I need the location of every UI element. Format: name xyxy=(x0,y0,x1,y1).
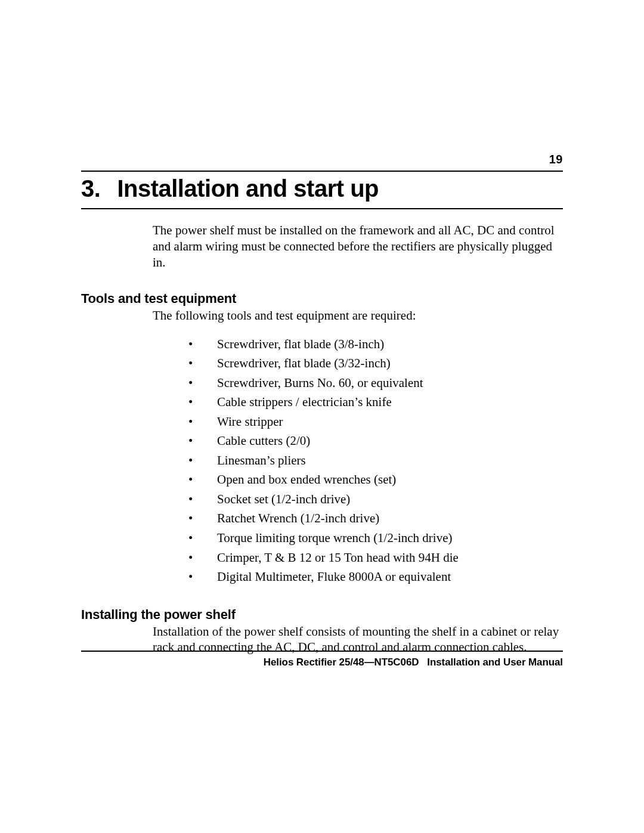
list-item: •Screwdriver, Burns No. 60, or equivalen… xyxy=(188,373,563,393)
list-item-text: Ratchet Wrench (1/2-inch drive) xyxy=(217,509,379,528)
list-item: •Cable cutters (2/0) xyxy=(188,431,563,451)
bullet-icon: • xyxy=(188,392,217,412)
bullet-icon: • xyxy=(188,451,217,470)
bullet-icon: • xyxy=(188,548,217,568)
chapter-title: 3 Installation and start up xyxy=(81,172,563,209)
list-item: •Open and box ended wrenches (set) xyxy=(188,470,563,490)
list-item-text: Cable cutters (2/0) xyxy=(217,431,310,451)
list-item-text: Torque limiting torque wrench (1/2-inch … xyxy=(217,528,453,548)
page-number: 19 xyxy=(549,153,563,166)
list-item: •Ratchet Wrench (1/2-inch drive) xyxy=(188,509,563,528)
list-item: •Torque limiting torque wrench (1/2-inch… xyxy=(188,528,563,548)
list-item-text: Open and box ended wrenches (set) xyxy=(217,470,396,490)
tools-list: •Screwdriver, flat blade (3/8-inch) •Scr… xyxy=(188,335,563,587)
list-item: •Screwdriver, flat blade (3/8-inch) xyxy=(188,335,563,354)
list-item-text: Socket set (1/2-inch drive) xyxy=(217,490,350,509)
list-item: •Cable strippers / electrician’s knife xyxy=(188,392,563,412)
bullet-icon: • xyxy=(188,528,217,548)
list-item: •Digital Multimeter, Fluke 8000A or equi… xyxy=(188,567,563,587)
list-item-text: Digital Multimeter, Fluke 8000A or equiv… xyxy=(217,567,451,587)
page-footer: Helios Rectifier 25/48—NT5C06D Installat… xyxy=(81,651,563,668)
list-item: •Screwdriver, flat blade (3/32-inch) xyxy=(188,354,563,373)
intro-paragraph: The power shelf must be installed on the… xyxy=(153,222,563,271)
bullet-icon: • xyxy=(188,354,217,373)
section-heading-tools: Tools and test equipment xyxy=(81,291,563,306)
bullet-icon: • xyxy=(188,470,217,490)
list-item-text: Screwdriver, flat blade (3/32-inch) xyxy=(217,354,391,373)
bullet-icon: • xyxy=(188,509,217,528)
list-item-text: Screwdriver, Burns No. 60, or equivalent xyxy=(217,373,423,393)
list-item-text: Screwdriver, flat blade (3/8-inch) xyxy=(217,335,384,354)
list-item-text: Linesman’s pliers xyxy=(217,451,306,470)
list-item-text: Wire stripper xyxy=(217,412,283,432)
list-item-text: Cable strippers / electrician’s knife xyxy=(217,392,392,412)
bullet-icon: • xyxy=(188,431,217,451)
tools-intro: The following tools and test equipment a… xyxy=(153,308,563,324)
list-item: •Socket set (1/2-inch drive) xyxy=(188,490,563,509)
list-item-text: Crimper, T & B 12 or 15 Ton head with 94… xyxy=(217,548,459,568)
bullet-icon: • xyxy=(188,335,217,354)
bullet-icon: • xyxy=(188,412,217,432)
list-item: •Crimper, T & B 12 or 15 Ton head with 9… xyxy=(188,548,563,568)
section-heading-install: Installing the power shelf xyxy=(81,607,563,623)
bullet-icon: • xyxy=(188,373,217,393)
chapter-title-text: Installation and start up xyxy=(117,175,379,202)
bullet-icon: • xyxy=(188,567,217,587)
list-item: •Wire stripper xyxy=(188,412,563,432)
chapter-number: 3 xyxy=(81,175,100,202)
bullet-icon: • xyxy=(188,490,217,509)
list-item: •Linesman’s pliers xyxy=(188,451,563,470)
